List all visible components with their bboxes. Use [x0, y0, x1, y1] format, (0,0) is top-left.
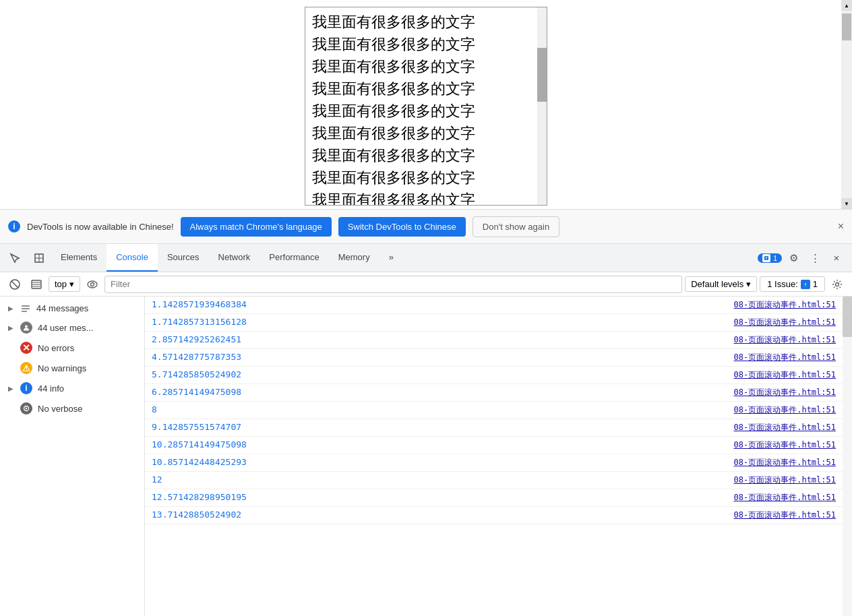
- table-row[interactable]: 2.85714292526245108-页面滚动事件.html:51: [145, 332, 843, 349]
- default-levels-chevron: ▾: [746, 279, 751, 289]
- filter-input[interactable]: [104, 276, 682, 293]
- verbose-label: No verbose: [38, 404, 82, 414]
- log-value: 10.285714149475098: [152, 439, 734, 450]
- tab-more[interactable]: »: [379, 244, 403, 272]
- log-source[interactable]: 08-页面滚动事件.html:51: [734, 317, 836, 328]
- table-row[interactable]: 4.57142877578735308-页面滚动事件.html:51: [145, 349, 843, 367]
- sidebar-item-messages[interactable]: ▶ 44 messages: [0, 299, 144, 317]
- devtools-settings-button[interactable]: ⚙: [783, 248, 803, 268]
- log-source[interactable]: 08-页面滚动事件.html:51: [734, 439, 836, 451]
- switch-devtools-chinese-button[interactable]: Switch DevTools to Chinese: [338, 217, 466, 237]
- table-row[interactable]: 808-页面滚动事件.html:51: [145, 402, 843, 419]
- svg-point-17: [836, 282, 839, 286]
- tab-performance[interactable]: Performance: [260, 244, 328, 272]
- devtools-more-button[interactable]: ⋮: [805, 248, 825, 268]
- cursor-tool-button[interactable]: [3, 244, 27, 272]
- browser-viewport: 我里面有很多很多的文字 我里面有很多很多的文字 我里面有很多很多的文字 我里面有…: [0, 0, 852, 209]
- log-value: 5.714285850524902: [152, 369, 734, 379]
- table-row[interactable]: 1208-页面滚动事件.html:51: [145, 472, 843, 489]
- close-notification-button[interactable]: ×: [838, 220, 844, 233]
- user-messages-icon: [20, 321, 32, 334]
- devtools-notification-bar: i DevTools is now available in Chinese! …: [0, 209, 852, 244]
- user-messages-expand-icon: ▶: [7, 324, 15, 332]
- table-row[interactable]: 1.142857193946838408-页面滚动事件.html:51: [145, 297, 843, 314]
- clear-console-button[interactable]: [5, 275, 24, 294]
- inspect-element-button[interactable]: [27, 244, 51, 272]
- tab-console[interactable]: Console: [106, 244, 158, 272]
- log-value: 9.142857551574707: [152, 422, 734, 432]
- chinese-text-box: 我里面有很多很多的文字 我里面有很多很多的文字 我里面有很多很多的文字 我里面有…: [305, 7, 547, 206]
- log-source[interactable]: 08-页面滚动事件.html:51: [734, 457, 836, 468]
- table-row[interactable]: 12.57142829895019508-页面滚动事件.html:51: [145, 489, 843, 507]
- issues-count-button[interactable]: 1 Issue: 1: [760, 276, 825, 292]
- log-value: 8: [152, 404, 734, 414]
- browser-scrollbar-down[interactable]: ▼: [841, 198, 852, 209]
- log-value: 12.571428298950195: [152, 492, 734, 502]
- context-selector-chevron: ▾: [69, 279, 74, 289]
- console-badge-icon: [762, 254, 770, 262]
- sidebar-item-user-messages[interactable]: ▶ 44 user mes...: [0, 317, 144, 338]
- sidebar-item-verbose[interactable]: ▶ No verbose: [0, 398, 144, 419]
- context-selector[interactable]: top ▾: [49, 276, 80, 292]
- toggle-sidebar-button[interactable]: [27, 275, 46, 294]
- table-row[interactable]: 1.714285731315612808-页面滚动事件.html:51: [145, 314, 843, 332]
- default-levels-dropdown[interactable]: Default levels ▾: [685, 276, 757, 292]
- errors-label: No errors: [38, 343, 74, 353]
- log-value: 2.857142925262451: [152, 334, 734, 344]
- svg-line-7: [11, 281, 18, 288]
- console-issues-badge[interactable]: 1: [758, 253, 782, 263]
- always-match-language-button[interactable]: Always match Chrome's language: [181, 217, 332, 237]
- console-log-area: 1.142857193946838408-页面滚动事件.html:511.714…: [145, 297, 843, 616]
- table-row[interactable]: 10.85714244842529308-页面滚动事件.html:51: [145, 454, 843, 472]
- sidebar-item-errors[interactable]: ▶ ✕ No errors: [0, 338, 144, 358]
- errors-expand-icon: ▶: [7, 344, 15, 352]
- table-row[interactable]: 10.28571414947509808-页面滚动事件.html:51: [145, 437, 843, 454]
- dont-show-again-button[interactable]: Don't show again: [473, 216, 559, 237]
- user-messages-label: 44 user mes...: [38, 323, 93, 333]
- log-value: 10.857142448425293: [152, 457, 734, 467]
- log-source[interactable]: 08-页面滚动事件.html:51: [734, 510, 836, 521]
- log-source[interactable]: 08-页面滚动事件.html:51: [734, 422, 836, 433]
- eye-filter-button[interactable]: [83, 275, 102, 294]
- tab-network[interactable]: Network: [209, 244, 260, 272]
- notification-info-icon: i: [8, 220, 20, 233]
- log-source[interactable]: 08-页面滚动事件.html:51: [734, 387, 836, 398]
- log-value: 12: [152, 474, 734, 485]
- table-row[interactable]: 5.71428585052490208-页面滚动事件.html:51: [145, 367, 843, 384]
- table-row[interactable]: 6.28571414947509808-页面滚动事件.html:51: [145, 384, 843, 402]
- browser-scrollbar-thumb[interactable]: [842, 13, 851, 40]
- errors-icon: ✕: [20, 342, 32, 354]
- table-row[interactable]: 9.14285755157470708-页面滚动事件.html:51: [145, 419, 843, 437]
- log-source[interactable]: 08-页面滚动事件.html:51: [734, 369, 836, 381]
- log-source[interactable]: 08-页面滚动事件.html:51: [734, 492, 836, 503]
- devtools-tab-actions: 1 ⚙ ⋮ ×: [755, 244, 849, 272]
- console-sidebar: ▶ 44 messages ▶ 44 user mes... ▶ ✕ No e: [0, 297, 145, 616]
- console-scrollbar-thumb[interactable]: [843, 297, 852, 337]
- table-row[interactable]: 13.7142885052490208-页面滚动事件.html:51: [145, 507, 843, 524]
- chinese-box-scrollbar-thumb[interactable]: [537, 48, 547, 102]
- log-source[interactable]: 08-页面滚动事件.html:51: [734, 474, 836, 486]
- browser-scrollbar-up[interactable]: ▲: [841, 0, 852, 11]
- log-source[interactable]: 08-页面滚动事件.html:51: [734, 299, 836, 311]
- svg-point-13: [91, 282, 94, 286]
- console-settings-button[interactable]: [828, 275, 847, 294]
- log-source[interactable]: 08-页面滚动事件.html:51: [734, 352, 836, 363]
- log-source[interactable]: 08-页面滚动事件.html:51: [734, 334, 836, 346]
- warnings-expand-icon: ▶: [7, 364, 15, 372]
- messages-expand-icon: ▶: [7, 305, 15, 313]
- devtools-close-button[interactable]: ×: [826, 248, 847, 268]
- svg-point-5: [766, 259, 766, 259]
- tab-memory[interactable]: Memory: [329, 244, 379, 272]
- sidebar-item-warnings[interactable]: ▶ ⚠ No warnings: [0, 358, 144, 378]
- warnings-icon: ⚠: [20, 362, 32, 374]
- console-scrollbar[interactable]: [843, 297, 852, 616]
- browser-scrollbar[interactable]: ▲ ▼: [841, 0, 852, 209]
- messages-label: 44 messages: [36, 303, 88, 313]
- sidebar-item-info[interactable]: ▶ i 44 info: [0, 378, 144, 398]
- issues-badge-icon: [801, 280, 810, 289]
- log-source[interactable]: 08-页面滚动事件.html:51: [734, 404, 836, 416]
- svg-point-12: [88, 281, 97, 288]
- tab-elements[interactable]: Elements: [51, 244, 106, 272]
- chinese-box-scrollbar[interactable]: [537, 7, 547, 205]
- tab-sources[interactable]: Sources: [158, 244, 209, 272]
